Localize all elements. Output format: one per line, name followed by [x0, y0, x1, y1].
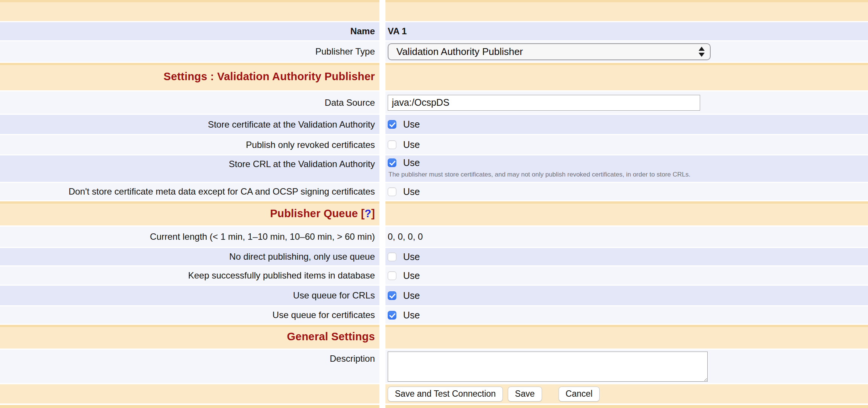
- top-band-left: [0, 0, 379, 21]
- publisher-edit-form: Name VA 1 Publisher Type Validation Auth…: [0, 0, 868, 408]
- description-textarea[interactable]: [388, 352, 708, 382]
- use-label: Use: [403, 270, 420, 281]
- keep-published-checkbox[interactable]: [388, 271, 396, 280]
- current-length-label: Current length (< 1 min, 1–10 min, 10–60…: [150, 231, 375, 242]
- publish-only-revoked-checkbox[interactable]: [388, 140, 396, 149]
- save-button[interactable]: Save: [508, 387, 542, 402]
- dont-store-meta-label: Don't store certificate meta data except…: [69, 186, 375, 197]
- keep-published-label: Keep successfully published items in dat…: [188, 270, 375, 281]
- publisher-queue-help-link[interactable]: ?: [365, 207, 372, 220]
- publisher-type-selected-value: Validation Authority Publisher: [396, 46, 699, 58]
- use-queue-certs-checkbox[interactable]: [388, 311, 396, 320]
- no-direct-publishing-label: No direct publishing, only use queue: [229, 251, 375, 262]
- store-certificate-checkbox[interactable]: [388, 120, 396, 129]
- store-certificate-label: Store certificate at the Validation Auth…: [208, 119, 375, 130]
- data-source-row: Data Source: [0, 91, 868, 114]
- top-band-right: [385, 0, 868, 21]
- general-settings-section-header: General Settings: [0, 325, 868, 349]
- dont-store-meta-checkbox[interactable]: [388, 187, 396, 196]
- use-label: Use: [403, 186, 420, 197]
- store-crl-checkbox[interactable]: [388, 158, 396, 167]
- current-length-row: Current length (< 1 min, 1–10 min, 10–60…: [0, 227, 868, 247]
- use-queue-certs-row: Use queue for certificates Use: [0, 306, 868, 324]
- current-length-value: 0, 0, 0, 0: [388, 231, 423, 242]
- data-source-label: Data Source: [325, 97, 375, 108]
- no-direct-publishing-checkbox[interactable]: [388, 253, 396, 261]
- use-label: Use: [403, 157, 420, 168]
- publisher-queue-header-title: Publisher Queue: [270, 207, 358, 220]
- store-crl-note: The publisher must store certificates, a…: [388, 171, 690, 178]
- publish-only-revoked-label: Publish only revoked certificates: [246, 140, 375, 150]
- form-actions-row: Save and Test Connection Save Cancel: [0, 384, 868, 403]
- use-label: Use: [403, 310, 420, 321]
- no-direct-publishing-row: No direct publishing, only use queue Use: [0, 248, 868, 265]
- publisher-type-row: Publisher Type Validation Authority Publ…: [0, 41, 868, 62]
- name-label: Name: [350, 26, 375, 37]
- settings-section-header: Settings : Validation Authority Publishe…: [0, 63, 868, 90]
- help-bracket-open: [: [358, 207, 365, 220]
- description-label: Description: [330, 353, 375, 364]
- general-settings-header-title: General Settings: [287, 330, 375, 343]
- select-stepper-arrows-icon: [699, 47, 705, 57]
- publisher-type-label: Publisher Type: [315, 46, 375, 57]
- use-label: Use: [403, 290, 420, 301]
- name-row: Name VA 1: [0, 22, 868, 40]
- column-gap: [379, 0, 385, 21]
- use-label: Use: [403, 119, 420, 130]
- keep-published-row: Keep successfully published items in dat…: [0, 266, 868, 285]
- bottom-section-band: [0, 405, 868, 408]
- use-queue-crls-label: Use queue for CRLs: [293, 290, 375, 301]
- publisher-queue-section-header: Publisher Queue [?]: [0, 201, 868, 225]
- settings-header-title: Settings : Validation Authority Publishe…: [164, 70, 375, 83]
- publish-only-revoked-row: Publish only revoked certificates Use: [0, 135, 868, 154]
- use-queue-certs-label: Use queue for certificates: [273, 310, 375, 320]
- help-bracket-close: ]: [371, 207, 375, 220]
- description-row: Description: [0, 350, 868, 383]
- store-certificate-row: Store certificate at the Validation Auth…: [0, 115, 868, 134]
- name-value: VA 1: [388, 26, 407, 37]
- store-crl-label: Store CRL at the Validation Authority: [229, 159, 375, 169]
- save-and-test-connection-button[interactable]: Save and Test Connection: [388, 387, 503, 402]
- dont-store-meta-row: Don't store certificate meta data except…: [0, 183, 868, 200]
- top-section-band: [0, 0, 868, 21]
- store-crl-row: Store CRL at the Validation Authority Us…: [0, 155, 868, 182]
- publisher-type-select[interactable]: Validation Authority Publisher: [388, 43, 711, 60]
- cancel-button[interactable]: Cancel: [559, 387, 600, 402]
- use-label: Use: [403, 251, 420, 262]
- use-label: Use: [403, 139, 420, 150]
- use-queue-crls-checkbox[interactable]: [388, 291, 396, 300]
- use-queue-crls-row: Use queue for CRLs Use: [0, 286, 868, 305]
- data-source-input[interactable]: [388, 95, 700, 111]
